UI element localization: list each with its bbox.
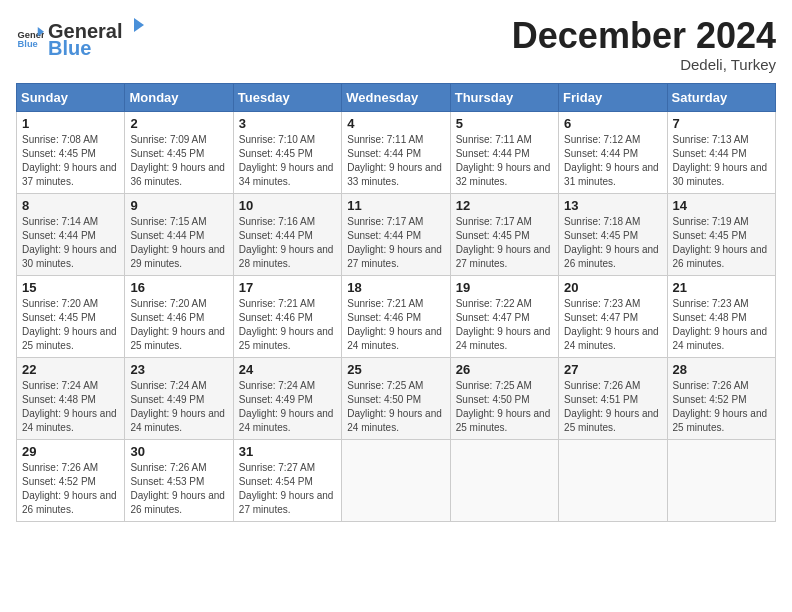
calendar-cell: 31Sunrise: 7:27 AMSunset: 4:54 PMDayligh… bbox=[233, 439, 341, 521]
weekday-header-thursday: Thursday bbox=[450, 83, 558, 111]
calendar-cell bbox=[450, 439, 558, 521]
day-detail: Sunrise: 7:11 AMSunset: 4:44 PMDaylight:… bbox=[347, 133, 444, 189]
day-detail: Sunrise: 7:19 AMSunset: 4:45 PMDaylight:… bbox=[673, 215, 770, 271]
weekday-header-tuesday: Tuesday bbox=[233, 83, 341, 111]
day-number: 24 bbox=[239, 362, 336, 377]
day-detail: Sunrise: 7:16 AMSunset: 4:44 PMDaylight:… bbox=[239, 215, 336, 271]
calendar-cell: 21Sunrise: 7:23 AMSunset: 4:48 PMDayligh… bbox=[667, 275, 775, 357]
day-detail: Sunrise: 7:27 AMSunset: 4:54 PMDaylight:… bbox=[239, 461, 336, 517]
day-detail: Sunrise: 7:12 AMSunset: 4:44 PMDaylight:… bbox=[564, 133, 661, 189]
day-number: 9 bbox=[130, 198, 227, 213]
day-detail: Sunrise: 7:15 AMSunset: 4:44 PMDaylight:… bbox=[130, 215, 227, 271]
day-number: 2 bbox=[130, 116, 227, 131]
calendar-cell: 4Sunrise: 7:11 AMSunset: 4:44 PMDaylight… bbox=[342, 111, 450, 193]
day-detail: Sunrise: 7:17 AMSunset: 4:45 PMDaylight:… bbox=[456, 215, 553, 271]
day-number: 18 bbox=[347, 280, 444, 295]
title-area: December 2024 Dedeli, Turkey bbox=[512, 16, 776, 73]
day-number: 31 bbox=[239, 444, 336, 459]
calendar-cell: 6Sunrise: 7:12 AMSunset: 4:44 PMDaylight… bbox=[559, 111, 667, 193]
day-detail: Sunrise: 7:23 AMSunset: 4:47 PMDaylight:… bbox=[564, 297, 661, 353]
day-number: 12 bbox=[456, 198, 553, 213]
day-number: 28 bbox=[673, 362, 770, 377]
calendar-cell: 17Sunrise: 7:21 AMSunset: 4:46 PMDayligh… bbox=[233, 275, 341, 357]
day-detail: Sunrise: 7:24 AMSunset: 4:49 PMDaylight:… bbox=[239, 379, 336, 435]
day-number: 29 bbox=[22, 444, 119, 459]
month-title: December 2024 bbox=[512, 16, 776, 56]
day-detail: Sunrise: 7:20 AMSunset: 4:46 PMDaylight:… bbox=[130, 297, 227, 353]
header: General Blue General Blue December 2024 … bbox=[16, 16, 776, 73]
logo: General Blue General Blue bbox=[16, 16, 144, 60]
day-number: 10 bbox=[239, 198, 336, 213]
day-detail: Sunrise: 7:26 AMSunset: 4:53 PMDaylight:… bbox=[130, 461, 227, 517]
week-row-5: 29Sunrise: 7:26 AMSunset: 4:52 PMDayligh… bbox=[17, 439, 776, 521]
day-number: 3 bbox=[239, 116, 336, 131]
calendar-table: SundayMondayTuesdayWednesdayThursdayFrid… bbox=[16, 83, 776, 522]
calendar-cell: 29Sunrise: 7:26 AMSunset: 4:52 PMDayligh… bbox=[17, 439, 125, 521]
calendar-cell: 22Sunrise: 7:24 AMSunset: 4:48 PMDayligh… bbox=[17, 357, 125, 439]
calendar-cell: 13Sunrise: 7:18 AMSunset: 4:45 PMDayligh… bbox=[559, 193, 667, 275]
calendar-cell: 8Sunrise: 7:14 AMSunset: 4:44 PMDaylight… bbox=[17, 193, 125, 275]
calendar-cell: 9Sunrise: 7:15 AMSunset: 4:44 PMDaylight… bbox=[125, 193, 233, 275]
day-number: 7 bbox=[673, 116, 770, 131]
week-row-2: 8Sunrise: 7:14 AMSunset: 4:44 PMDaylight… bbox=[17, 193, 776, 275]
day-detail: Sunrise: 7:26 AMSunset: 4:51 PMDaylight:… bbox=[564, 379, 661, 435]
day-detail: Sunrise: 7:21 AMSunset: 4:46 PMDaylight:… bbox=[347, 297, 444, 353]
day-number: 23 bbox=[130, 362, 227, 377]
day-number: 21 bbox=[673, 280, 770, 295]
day-detail: Sunrise: 7:24 AMSunset: 4:48 PMDaylight:… bbox=[22, 379, 119, 435]
day-number: 4 bbox=[347, 116, 444, 131]
calendar-cell: 30Sunrise: 7:26 AMSunset: 4:53 PMDayligh… bbox=[125, 439, 233, 521]
weekday-header-wednesday: Wednesday bbox=[342, 83, 450, 111]
weekday-header-row: SundayMondayTuesdayWednesdayThursdayFrid… bbox=[17, 83, 776, 111]
week-row-3: 15Sunrise: 7:20 AMSunset: 4:45 PMDayligh… bbox=[17, 275, 776, 357]
calendar-cell bbox=[559, 439, 667, 521]
weekday-header-sunday: Sunday bbox=[17, 83, 125, 111]
week-row-4: 22Sunrise: 7:24 AMSunset: 4:48 PMDayligh… bbox=[17, 357, 776, 439]
calendar-cell: 10Sunrise: 7:16 AMSunset: 4:44 PMDayligh… bbox=[233, 193, 341, 275]
location-title: Dedeli, Turkey bbox=[512, 56, 776, 73]
weekday-header-saturday: Saturday bbox=[667, 83, 775, 111]
day-number: 13 bbox=[564, 198, 661, 213]
logo-icon: General Blue bbox=[16, 24, 44, 52]
day-number: 27 bbox=[564, 362, 661, 377]
day-number: 14 bbox=[673, 198, 770, 213]
day-detail: Sunrise: 7:10 AMSunset: 4:45 PMDaylight:… bbox=[239, 133, 336, 189]
day-detail: Sunrise: 7:22 AMSunset: 4:47 PMDaylight:… bbox=[456, 297, 553, 353]
day-number: 8 bbox=[22, 198, 119, 213]
day-number: 25 bbox=[347, 362, 444, 377]
calendar-cell: 1Sunrise: 7:08 AMSunset: 4:45 PMDaylight… bbox=[17, 111, 125, 193]
day-detail: Sunrise: 7:25 AMSunset: 4:50 PMDaylight:… bbox=[456, 379, 553, 435]
day-detail: Sunrise: 7:26 AMSunset: 4:52 PMDaylight:… bbox=[673, 379, 770, 435]
calendar-cell: 7Sunrise: 7:13 AMSunset: 4:44 PMDaylight… bbox=[667, 111, 775, 193]
svg-marker-3 bbox=[134, 18, 144, 32]
day-number: 16 bbox=[130, 280, 227, 295]
day-number: 22 bbox=[22, 362, 119, 377]
day-number: 15 bbox=[22, 280, 119, 295]
calendar-cell: 26Sunrise: 7:25 AMSunset: 4:50 PMDayligh… bbox=[450, 357, 558, 439]
day-number: 1 bbox=[22, 116, 119, 131]
calendar-cell: 5Sunrise: 7:11 AMSunset: 4:44 PMDaylight… bbox=[450, 111, 558, 193]
logo-flag-icon bbox=[122, 16, 144, 38]
day-number: 26 bbox=[456, 362, 553, 377]
calendar-cell bbox=[667, 439, 775, 521]
calendar-cell: 24Sunrise: 7:24 AMSunset: 4:49 PMDayligh… bbox=[233, 357, 341, 439]
day-number: 30 bbox=[130, 444, 227, 459]
day-detail: Sunrise: 7:17 AMSunset: 4:44 PMDaylight:… bbox=[347, 215, 444, 271]
day-number: 17 bbox=[239, 280, 336, 295]
day-detail: Sunrise: 7:08 AMSunset: 4:45 PMDaylight:… bbox=[22, 133, 119, 189]
calendar-cell: 15Sunrise: 7:20 AMSunset: 4:45 PMDayligh… bbox=[17, 275, 125, 357]
calendar-cell: 2Sunrise: 7:09 AMSunset: 4:45 PMDaylight… bbox=[125, 111, 233, 193]
day-detail: Sunrise: 7:18 AMSunset: 4:45 PMDaylight:… bbox=[564, 215, 661, 271]
calendar-cell: 14Sunrise: 7:19 AMSunset: 4:45 PMDayligh… bbox=[667, 193, 775, 275]
day-number: 20 bbox=[564, 280, 661, 295]
day-number: 6 bbox=[564, 116, 661, 131]
calendar-cell: 12Sunrise: 7:17 AMSunset: 4:45 PMDayligh… bbox=[450, 193, 558, 275]
calendar-cell: 28Sunrise: 7:26 AMSunset: 4:52 PMDayligh… bbox=[667, 357, 775, 439]
calendar-cell: 20Sunrise: 7:23 AMSunset: 4:47 PMDayligh… bbox=[559, 275, 667, 357]
calendar-cell: 19Sunrise: 7:22 AMSunset: 4:47 PMDayligh… bbox=[450, 275, 558, 357]
day-detail: Sunrise: 7:20 AMSunset: 4:45 PMDaylight:… bbox=[22, 297, 119, 353]
week-row-1: 1Sunrise: 7:08 AMSunset: 4:45 PMDaylight… bbox=[17, 111, 776, 193]
calendar-cell: 11Sunrise: 7:17 AMSunset: 4:44 PMDayligh… bbox=[342, 193, 450, 275]
calendar-cell: 23Sunrise: 7:24 AMSunset: 4:49 PMDayligh… bbox=[125, 357, 233, 439]
day-detail: Sunrise: 7:21 AMSunset: 4:46 PMDaylight:… bbox=[239, 297, 336, 353]
